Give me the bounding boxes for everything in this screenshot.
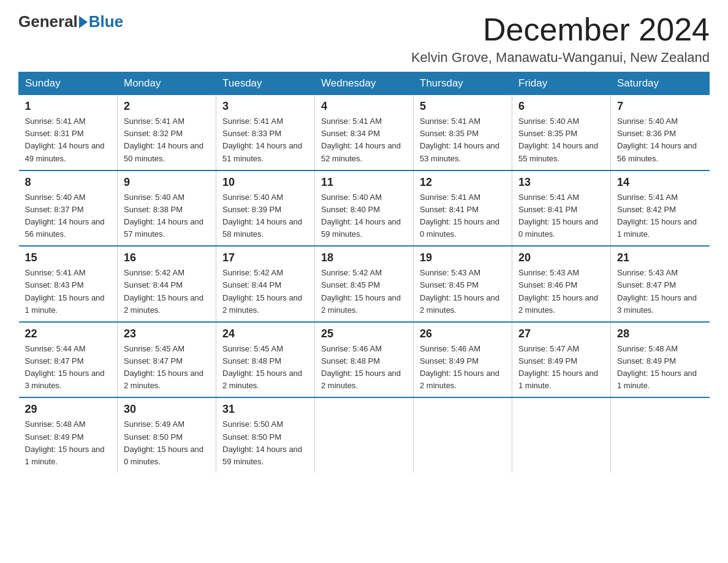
calendar-week-row: 29Sunrise: 5:48 AMSunset: 8:49 PMDayligh… xyxy=(19,397,710,473)
calendar-cell: 23Sunrise: 5:45 AMSunset: 8:47 PMDayligh… xyxy=(118,322,216,398)
calendar-week-row: 15Sunrise: 5:41 AMSunset: 8:43 PMDayligh… xyxy=(19,246,710,322)
day-info: Sunrise: 5:40 AMSunset: 8:37 PMDaylight:… xyxy=(25,191,112,241)
calendar-week-row: 8Sunrise: 5:40 AMSunset: 8:37 PMDaylight… xyxy=(19,170,710,247)
day-info: Sunrise: 5:49 AMSunset: 8:50 PMDaylight:… xyxy=(124,418,210,468)
day-info: Sunrise: 5:42 AMSunset: 8:44 PMDaylight:… xyxy=(124,267,210,316)
day-number: 19 xyxy=(420,251,506,264)
day-number: 24 xyxy=(222,327,308,340)
day-info: Sunrise: 5:46 AMSunset: 8:48 PMDaylight:… xyxy=(321,343,407,393)
calendar-cell: 5Sunrise: 5:41 AMSunset: 8:35 PMDaylight… xyxy=(414,95,512,170)
logo-blue-text: Blue xyxy=(89,12,123,31)
day-number: 11 xyxy=(321,176,407,189)
calendar-cell: 4Sunrise: 5:41 AMSunset: 8:34 PMDaylight… xyxy=(315,95,414,170)
day-number: 29 xyxy=(25,403,112,416)
calendar-cell: 3Sunrise: 5:41 AMSunset: 8:33 PMDaylight… xyxy=(216,95,315,170)
calendar-cell: 16Sunrise: 5:42 AMSunset: 8:44 PMDayligh… xyxy=(118,246,216,322)
day-info: Sunrise: 5:45 AMSunset: 8:47 PMDaylight:… xyxy=(124,343,210,393)
header-monday: Monday xyxy=(118,72,216,95)
day-number: 23 xyxy=(124,327,210,340)
calendar-cell: 17Sunrise: 5:42 AMSunset: 8:44 PMDayligh… xyxy=(216,246,315,322)
day-number: 20 xyxy=(518,251,604,264)
calendar-cell: 26Sunrise: 5:46 AMSunset: 8:49 PMDayligh… xyxy=(414,322,512,398)
day-number: 25 xyxy=(321,327,407,340)
day-info: Sunrise: 5:43 AMSunset: 8:47 PMDaylight:… xyxy=(617,267,703,316)
day-info: Sunrise: 5:41 AMSunset: 8:41 PMDaylight:… xyxy=(518,191,604,241)
day-info: Sunrise: 5:45 AMSunset: 8:48 PMDaylight:… xyxy=(222,343,308,393)
calendar-cell: 24Sunrise: 5:45 AMSunset: 8:48 PMDayligh… xyxy=(216,322,315,398)
day-number: 21 xyxy=(617,251,703,264)
location-subtitle: Kelvin Grove, Manawatu-Wanganui, New Zea… xyxy=(411,50,710,66)
day-info: Sunrise: 5:42 AMSunset: 8:45 PMDaylight:… xyxy=(321,267,407,316)
day-number: 4 xyxy=(321,100,407,113)
header-saturday: Saturday xyxy=(611,72,710,95)
calendar-header-row: SundayMondayTuesdayWednesdayThursdayFrid… xyxy=(19,72,710,95)
day-info: Sunrise: 5:41 AMSunset: 8:33 PMDaylight:… xyxy=(222,115,308,165)
day-number: 13 xyxy=(518,176,604,189)
day-info: Sunrise: 5:40 AMSunset: 8:36 PMDaylight:… xyxy=(617,115,703,165)
day-number: 7 xyxy=(617,100,703,113)
day-number: 9 xyxy=(124,176,210,189)
day-number: 10 xyxy=(222,176,308,189)
day-number: 1 xyxy=(25,100,112,113)
day-number: 14 xyxy=(617,176,703,189)
day-number: 15 xyxy=(25,251,112,264)
day-info: Sunrise: 5:48 AMSunset: 8:49 PMDaylight:… xyxy=(617,343,703,393)
calendar-cell: 7Sunrise: 5:40 AMSunset: 8:36 PMDaylight… xyxy=(611,95,710,170)
calendar-cell xyxy=(611,397,710,473)
day-number: 3 xyxy=(222,100,308,113)
day-info: Sunrise: 5:40 AMSunset: 8:35 PMDaylight:… xyxy=(518,115,604,165)
title-area: December 2024 Kelvin Grove, Manawatu-Wan… xyxy=(411,12,710,66)
calendar-cell: 12Sunrise: 5:41 AMSunset: 8:41 PMDayligh… xyxy=(414,170,512,247)
calendar-week-row: 1Sunrise: 5:41 AMSunset: 8:31 PMDaylight… xyxy=(19,95,710,170)
day-info: Sunrise: 5:41 AMSunset: 8:42 PMDaylight:… xyxy=(617,191,703,241)
day-number: 5 xyxy=(420,100,506,113)
header-friday: Friday xyxy=(512,72,611,95)
calendar-cell: 29Sunrise: 5:48 AMSunset: 8:49 PMDayligh… xyxy=(19,397,118,473)
day-info: Sunrise: 5:41 AMSunset: 8:43 PMDaylight:… xyxy=(25,267,112,316)
calendar-cell: 1Sunrise: 5:41 AMSunset: 8:31 PMDaylight… xyxy=(19,95,118,170)
day-info: Sunrise: 5:44 AMSunset: 8:47 PMDaylight:… xyxy=(25,343,112,393)
calendar-cell: 15Sunrise: 5:41 AMSunset: 8:43 PMDayligh… xyxy=(19,246,118,322)
calendar-cell: 27Sunrise: 5:47 AMSunset: 8:49 PMDayligh… xyxy=(512,322,611,398)
calendar-cell: 30Sunrise: 5:49 AMSunset: 8:50 PMDayligh… xyxy=(118,397,216,473)
day-info: Sunrise: 5:50 AMSunset: 8:50 PMDaylight:… xyxy=(222,418,308,468)
calendar-cell: 18Sunrise: 5:42 AMSunset: 8:45 PMDayligh… xyxy=(315,246,414,322)
day-number: 12 xyxy=(420,176,506,189)
calendar-cell: 25Sunrise: 5:46 AMSunset: 8:48 PMDayligh… xyxy=(315,322,414,398)
day-number: 6 xyxy=(518,100,604,113)
calendar-cell: 6Sunrise: 5:40 AMSunset: 8:35 PMDaylight… xyxy=(512,95,611,170)
header-sunday: Sunday xyxy=(19,72,118,95)
calendar-cell: 10Sunrise: 5:40 AMSunset: 8:39 PMDayligh… xyxy=(216,170,315,247)
month-title: December 2024 xyxy=(411,12,710,47)
day-info: Sunrise: 5:41 AMSunset: 8:31 PMDaylight:… xyxy=(25,115,112,165)
day-info: Sunrise: 5:41 AMSunset: 8:34 PMDaylight:… xyxy=(321,115,407,165)
calendar-cell: 21Sunrise: 5:43 AMSunset: 8:47 PMDayligh… xyxy=(611,246,710,322)
day-info: Sunrise: 5:48 AMSunset: 8:49 PMDaylight:… xyxy=(25,418,112,468)
header-wednesday: Wednesday xyxy=(315,72,414,95)
calendar-cell xyxy=(414,397,512,473)
day-info: Sunrise: 5:47 AMSunset: 8:49 PMDaylight:… xyxy=(518,343,604,393)
day-number: 27 xyxy=(518,327,604,340)
day-number: 18 xyxy=(321,251,407,264)
calendar-cell: 14Sunrise: 5:41 AMSunset: 8:42 PMDayligh… xyxy=(611,170,710,247)
header-tuesday: Tuesday xyxy=(216,72,315,95)
day-number: 30 xyxy=(124,403,210,416)
calendar-cell: 11Sunrise: 5:40 AMSunset: 8:40 PMDayligh… xyxy=(315,170,414,247)
day-number: 17 xyxy=(222,251,308,264)
day-info: Sunrise: 5:41 AMSunset: 8:41 PMDaylight:… xyxy=(420,191,506,241)
day-number: 28 xyxy=(617,327,703,340)
calendar-cell xyxy=(315,397,414,473)
day-info: Sunrise: 5:41 AMSunset: 8:35 PMDaylight:… xyxy=(420,115,506,165)
calendar-cell: 19Sunrise: 5:43 AMSunset: 8:45 PMDayligh… xyxy=(414,246,512,322)
day-info: Sunrise: 5:41 AMSunset: 8:32 PMDaylight:… xyxy=(124,115,210,165)
day-number: 26 xyxy=(420,327,506,340)
day-info: Sunrise: 5:42 AMSunset: 8:44 PMDaylight:… xyxy=(222,267,308,316)
calendar-week-row: 22Sunrise: 5:44 AMSunset: 8:47 PMDayligh… xyxy=(19,322,710,398)
day-info: Sunrise: 5:40 AMSunset: 8:39 PMDaylight:… xyxy=(222,191,308,241)
day-number: 8 xyxy=(25,176,112,189)
calendar-cell: 28Sunrise: 5:48 AMSunset: 8:49 PMDayligh… xyxy=(611,322,710,398)
day-info: Sunrise: 5:40 AMSunset: 8:38 PMDaylight:… xyxy=(124,191,210,241)
day-info: Sunrise: 5:46 AMSunset: 8:49 PMDaylight:… xyxy=(420,343,506,393)
calendar-cell: 8Sunrise: 5:40 AMSunset: 8:37 PMDaylight… xyxy=(19,170,118,247)
day-number: 16 xyxy=(124,251,210,264)
